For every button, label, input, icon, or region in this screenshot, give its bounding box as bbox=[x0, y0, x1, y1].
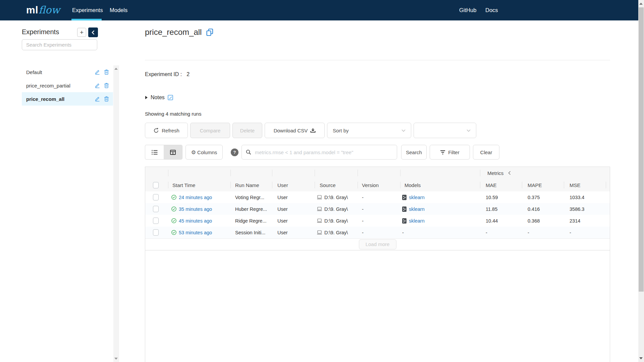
col-header-run-name[interactable]: Run Name bbox=[235, 179, 259, 191]
edit-pencil-icon[interactable] bbox=[95, 69, 100, 75]
select-all-checkbox[interactable] bbox=[153, 182, 159, 188]
help-button[interactable]: ? bbox=[231, 148, 238, 156]
row-checkbox[interactable] bbox=[153, 206, 159, 212]
model-link[interactable]: sklearn bbox=[409, 206, 425, 212]
gear-icon: ⚙ bbox=[191, 149, 196, 156]
delete-label: Delete bbox=[240, 128, 255, 133]
col-header-user[interactable]: User bbox=[277, 179, 288, 191]
chevron-left-icon bbox=[92, 30, 95, 35]
run-search-input[interactable] bbox=[254, 149, 393, 156]
metrics-group-header[interactable]: Metrics bbox=[487, 167, 511, 179]
run-start-time-link[interactable]: 35 minutes ago bbox=[179, 206, 212, 212]
experiment-title: price_recom_all bbox=[145, 27, 202, 37]
filter-button[interactable]: Filter bbox=[430, 145, 470, 160]
runs-table: Metrics Start Time Run Name User Source … bbox=[145, 167, 610, 362]
row-checkbox[interactable] bbox=[153, 218, 159, 224]
search-icon bbox=[246, 149, 251, 155]
col-header-version[interactable]: Version bbox=[362, 179, 379, 191]
add-experiment-button[interactable]: + bbox=[77, 28, 86, 37]
refresh-button[interactable]: Refresh bbox=[145, 123, 188, 138]
source-cell: D:\9. Gray\ bbox=[324, 206, 348, 212]
edit-pencil-icon[interactable] bbox=[95, 96, 100, 102]
table-row[interactable]: 24 minutes ago Voting Regr... User D:\9.… bbox=[145, 191, 610, 203]
delete-trash-icon[interactable] bbox=[104, 83, 109, 88]
notes-section-header[interactable]: Notes bbox=[145, 95, 173, 101]
scroll-up-arrow-icon[interactable] bbox=[114, 68, 118, 70]
collapse-sidebar-button[interactable] bbox=[88, 27, 98, 37]
col-header-models[interactable]: Models bbox=[405, 179, 421, 191]
delete-button[interactable]: Delete bbox=[232, 123, 262, 138]
experiment-name: Default bbox=[26, 69, 95, 75]
version-cell: - bbox=[362, 215, 364, 227]
scroll-up-arrow-icon[interactable] bbox=[639, 3, 643, 5]
mlflow-logo[interactable]: mlflow bbox=[26, 3, 60, 17]
select-all-checkbox-cell bbox=[153, 179, 159, 191]
tab-experiments[interactable]: Experiments bbox=[72, 0, 103, 20]
scroll-down-arrow-icon[interactable] bbox=[114, 358, 118, 360]
download-csv-button[interactable]: Download CSV bbox=[265, 123, 325, 138]
model-link[interactable]: sklearn bbox=[409, 195, 425, 200]
delete-trash-icon[interactable] bbox=[104, 96, 109, 102]
table-row[interactable]: 45 minutes ago Ridge Regre... User D:\9.… bbox=[145, 215, 610, 227]
load-more-button[interactable]: Load more bbox=[359, 239, 396, 249]
list-view-button[interactable] bbox=[145, 145, 164, 159]
grid-icon bbox=[170, 150, 176, 155]
sidebar-item-price-recom-partial[interactable]: price_recom_partial bbox=[22, 79, 113, 92]
sidebar-item-default[interactable]: Default bbox=[22, 65, 113, 79]
link-docs[interactable]: Docs bbox=[485, 0, 498, 20]
compare-button[interactable]: Compare bbox=[190, 123, 230, 138]
experiment-name: price_recom_partial bbox=[26, 83, 95, 88]
edit-notes-icon[interactable] bbox=[168, 95, 173, 101]
secondary-select[interactable] bbox=[414, 123, 476, 138]
header-divider bbox=[145, 60, 610, 60]
model-file-icon bbox=[402, 206, 407, 212]
mlflow-app: mlflow Experiments Models GitHub Docs Ex… bbox=[0, 0, 644, 362]
row-checkbox[interactable] bbox=[153, 194, 159, 200]
clear-button[interactable]: Clear bbox=[473, 145, 499, 160]
link-github[interactable]: GitHub bbox=[459, 0, 476, 20]
mse-cell: 1033.4 bbox=[570, 191, 584, 203]
columns-label: Columns bbox=[197, 149, 217, 155]
run-name-cell: Huber Regre... bbox=[235, 203, 267, 215]
edit-pencil-icon[interactable] bbox=[95, 83, 100, 88]
table-row[interactable]: 53 minutes ago Session Initi... User D:\… bbox=[145, 227, 610, 239]
tab-models[interactable]: Models bbox=[110, 0, 127, 20]
run-start-time-link[interactable]: 45 minutes ago bbox=[179, 218, 212, 224]
mae-cell: 11.85 bbox=[486, 203, 497, 215]
sort-by-label: Sort by bbox=[333, 128, 349, 133]
col-header-mape[interactable]: MAPE bbox=[528, 179, 542, 191]
page-scrollbar[interactable] bbox=[638, 0, 644, 362]
compare-label: Compare bbox=[200, 128, 221, 133]
search-experiments-input[interactable] bbox=[22, 39, 97, 50]
sidebar-item-price-recom-all[interactable]: price_recom_all bbox=[22, 92, 113, 106]
col-header-mae[interactable]: MAE bbox=[486, 179, 497, 191]
run-start-time-link[interactable]: 24 minutes ago bbox=[179, 195, 212, 200]
search-button[interactable]: Search bbox=[401, 145, 427, 160]
columns-button[interactable]: ⚙ Columns bbox=[185, 145, 223, 160]
scroll-down-arrow-icon[interactable] bbox=[639, 357, 643, 359]
mse-cell: 3586.3 bbox=[570, 203, 584, 215]
scrollbar-thumb[interactable] bbox=[639, 7, 644, 292]
question-mark-icon: ? bbox=[233, 150, 236, 155]
run-start-time-link[interactable]: 53 minutes ago bbox=[179, 230, 212, 235]
table-row[interactable]: 35 minutes ago Huber Regre... User D:\9.… bbox=[145, 203, 610, 215]
delete-trash-icon[interactable] bbox=[104, 69, 109, 75]
model-file-icon bbox=[402, 218, 407, 224]
page-title-row: price_recom_all bbox=[145, 27, 213, 37]
run-name-cell: Voting Regr... bbox=[235, 191, 264, 203]
sidebar-scrollbar[interactable] bbox=[113, 65, 119, 362]
row-checkbox[interactable] bbox=[153, 229, 159, 236]
sort-by-select[interactable]: Sort by bbox=[327, 123, 411, 138]
col-header-start-time[interactable]: Start Time bbox=[172, 179, 195, 191]
download-csv-label: Download CSV bbox=[274, 128, 308, 133]
grid-view-button[interactable] bbox=[164, 145, 182, 159]
sidebar-title: Experiments bbox=[22, 28, 59, 36]
expander-triangle-icon[interactable] bbox=[145, 96, 148, 99]
col-header-source[interactable]: Source bbox=[320, 179, 336, 191]
metrics-group-label: Metrics bbox=[487, 170, 503, 176]
col-header-mse[interactable]: MSE bbox=[570, 179, 581, 191]
copy-icon[interactable] bbox=[206, 28, 213, 36]
collapse-metrics-icon[interactable] bbox=[508, 171, 511, 175]
model-link[interactable]: sklearn bbox=[409, 218, 425, 224]
chevron-down-icon bbox=[467, 129, 471, 132]
